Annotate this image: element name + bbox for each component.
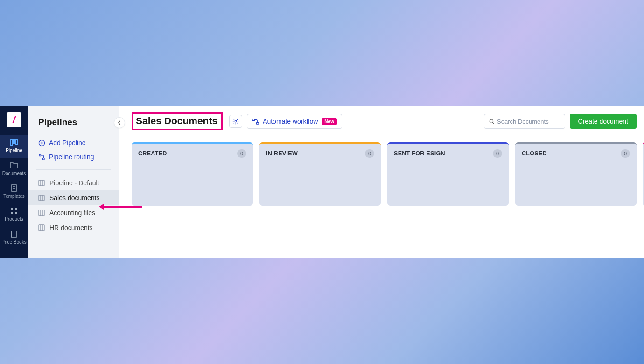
search-input[interactable]	[497, 118, 560, 125]
svg-rect-28	[252, 119, 255, 120]
rail-label: Products	[5, 217, 23, 222]
svg-rect-24	[39, 225, 44, 231]
rail-label: Templates	[3, 194, 25, 199]
pipeline-routing-label: Pipeline routing	[49, 153, 94, 161]
plus-circle-icon	[38, 140, 45, 147]
svg-point-27	[235, 120, 237, 122]
book-icon	[10, 230, 18, 238]
app-frame: / Pipeline Documents Templates Products …	[0, 106, 644, 258]
main-area: Sales Documents Automate workflow New Cr…	[119, 106, 644, 258]
grid-icon	[10, 207, 18, 215]
rail-item-pipeline[interactable]: Pipeline	[0, 135, 28, 158]
routing-icon	[38, 154, 45, 161]
pipeline-item-hr[interactable]: HR documents	[28, 220, 119, 235]
pipeline-label: Sales documents	[49, 194, 99, 202]
search-icon	[489, 119, 495, 125]
column-title: SENT FOR ESIGN	[394, 150, 445, 157]
svg-rect-7	[15, 208, 17, 210]
create-document-button[interactable]: Create document	[570, 114, 637, 129]
divider	[36, 169, 111, 170]
rail-label: Documents	[2, 171, 26, 176]
column-count: 0	[237, 149, 246, 158]
pipeline-item-default[interactable]: Pipeline - Default	[28, 175, 119, 190]
add-pipeline-button[interactable]: Add Pipeline	[28, 136, 119, 150]
column-header: CLOSED 0	[515, 144, 637, 163]
board-icon	[38, 224, 45, 231]
svg-line-31	[493, 122, 494, 123]
rail-label: Price Books	[1, 239, 26, 245]
rail-item-templates[interactable]: Templates	[0, 181, 28, 203]
svg-rect-2	[16, 139, 18, 145]
template-icon	[10, 184, 18, 192]
search-box[interactable]	[484, 114, 565, 129]
svg-point-30	[490, 119, 493, 122]
svg-rect-29	[256, 122, 259, 124]
pipeline-item-accounting[interactable]: Accounting files	[28, 205, 119, 220]
svg-rect-0	[10, 139, 12, 146]
svg-rect-15	[39, 180, 44, 186]
svg-rect-6	[11, 208, 13, 210]
rail-item-products[interactable]: Products	[0, 203, 28, 226]
svg-point-14	[42, 158, 44, 160]
pipeline-label: HR documents	[49, 224, 93, 231]
board-icon	[38, 210, 45, 216]
app-logo[interactable]: /	[7, 112, 21, 127]
new-badge: New	[322, 118, 337, 125]
sidebar: Pipelines Add Pipeline Pipeline routing …	[28, 106, 119, 258]
column-header: IN REVIEW 0	[259, 144, 381, 163]
column-closed[interactable]: CLOSED 0	[515, 142, 637, 206]
svg-rect-9	[15, 212, 17, 214]
board-icon	[38, 195, 45, 201]
column-title: CLOSED	[522, 150, 547, 157]
column-title: CREATED	[138, 150, 167, 157]
gear-icon	[232, 118, 239, 125]
pipeline-routing-button[interactable]: Pipeline routing	[28, 150, 119, 164]
pipeline-label: Pipeline - Default	[49, 179, 99, 187]
rail-item-pricebooks[interactable]: Price Books	[0, 226, 28, 249]
svg-rect-8	[11, 212, 13, 214]
sidebar-title: Pipelines	[28, 117, 119, 136]
automate-label: Automate workflow	[263, 118, 318, 125]
chevron-left-icon	[117, 120, 122, 125]
column-sent-for-esign[interactable]: SENT FOR ESIGN 0	[387, 142, 509, 206]
rail-item-documents[interactable]: Documents	[0, 158, 28, 181]
column-in-review[interactable]: IN REVIEW 0	[259, 142, 381, 206]
svg-point-13	[39, 154, 41, 156]
toolbar: Sales Documents Automate workflow New Cr…	[119, 106, 644, 137]
folder-icon	[10, 161, 18, 169]
nav-rail: / Pipeline Documents Templates Products …	[0, 106, 28, 258]
collapse-sidebar-button[interactable]	[114, 117, 125, 128]
page-title-highlight: Sales Documents	[132, 112, 223, 130]
svg-rect-18	[39, 195, 44, 201]
add-pipeline-label: Add Pipeline	[49, 139, 86, 147]
workflow-icon	[252, 118, 259, 125]
column-header: SENT FOR ESIGN 0	[387, 144, 509, 163]
svg-rect-1	[13, 139, 15, 143]
automate-workflow-button[interactable]: Automate workflow New	[247, 114, 342, 129]
rail-label: Pipeline	[6, 148, 22, 153]
column-count: 0	[621, 149, 630, 158]
pipeline-label: Accounting files	[49, 209, 95, 217]
pipeline-item-sales-documents[interactable]: Sales documents	[28, 190, 119, 205]
board-icon	[38, 180, 45, 186]
column-count: 0	[493, 149, 502, 158]
column-title: IN REVIEW	[266, 150, 298, 157]
page-title: Sales Documents	[136, 115, 217, 126]
settings-button[interactable]	[229, 115, 242, 128]
svg-rect-21	[39, 210, 44, 216]
column-created[interactable]: CREATED 0	[132, 142, 253, 206]
column-count: 0	[365, 149, 374, 158]
column-header: CREATED 0	[132, 144, 253, 163]
kanban-board: CREATED 0 IN REVIEW 0 SENT FOR ESIGN 0 C…	[119, 137, 644, 206]
kanban-icon	[10, 139, 18, 146]
